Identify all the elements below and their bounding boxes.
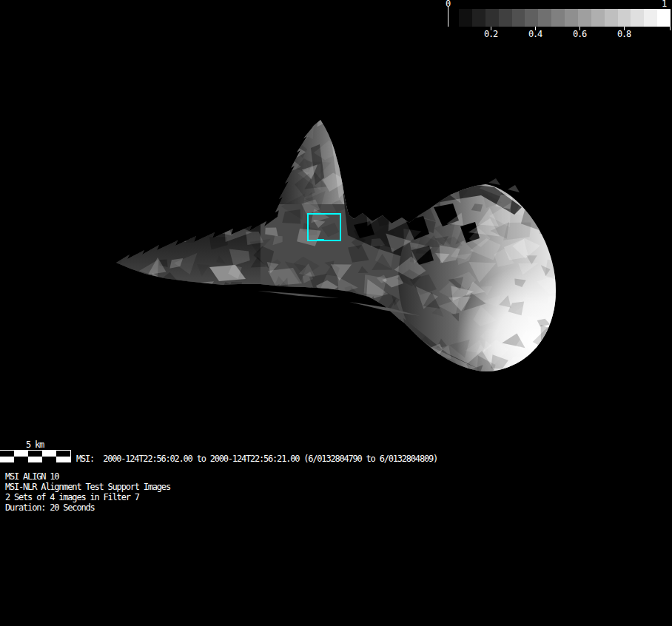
scalebar: 5 km [0,440,71,462]
colorbar-tick-label: 0.8 [617,30,631,39]
colorbar-step [538,9,551,27]
colorbar-max-label: 1 [662,0,666,9]
scalebar-checker-cell [28,457,42,462]
scalebar-checker-cell [56,457,70,462]
colorbar-left-tick [448,7,448,27]
viewport: { "colorbar": { "min_label": "0", "max_l… [0,0,672,626]
selection-rectangle [307,213,341,241]
scalebar-checker-cell [56,451,70,457]
info-block: MSI ALIGN 10MSI-NLR Alignment Test Suppo… [5,472,170,514]
scalebar-label: 5 km [26,440,71,450]
scalebar-checker [0,450,71,462]
scalebar-checker-cell [0,457,14,462]
scalebar-checker-cell [28,451,42,457]
info-line: MSI-NLR Alignment Test Support Images [5,482,170,493]
colorbar-step [472,9,485,27]
colorbar-gradient [459,9,671,27]
status-line: MSI: 2000-124T22:56:02.00 to 2000-124T22… [76,454,437,464]
colorbar-tick-label: 0.6 [573,30,586,39]
info-line: Duration: 20 Seconds [5,503,170,514]
scalebar-checker-cell [0,451,14,457]
info-line: MSI ALIGN 10 [5,472,170,482]
colorbar-step [565,9,578,27]
selection-rectangle-notch [317,239,324,241]
colorbar-step [644,9,657,27]
asteroid-shading [104,97,577,391]
colorbar: 0 1 0.20.40.60.8 [444,0,672,41]
colorbar-step [591,9,605,27]
colorbar-tick-label: 0.2 [484,30,497,39]
info-line: 2 Sets of 4 images in Filter 7 [5,493,170,503]
colorbar-step [459,9,472,27]
colorbar-step [551,9,565,27]
colorbar-step [525,9,538,27]
colorbar-step [605,9,618,27]
asteroid-shape-model [0,0,672,626]
scalebar-checker-cell [42,457,56,462]
colorbar-step [657,9,671,27]
colorbar-step [512,9,525,27]
colorbar-step [631,9,644,27]
colorbar-tick-label: 0.4 [528,30,542,39]
scalebar-checker-cell [42,451,56,457]
scalebar-checker-cell [14,457,28,462]
colorbar-step [578,9,591,27]
colorbar-step [485,9,499,27]
scalebar-checker-cell [14,451,28,457]
colorbar-step [499,9,512,27]
colorbar-step [618,9,631,27]
